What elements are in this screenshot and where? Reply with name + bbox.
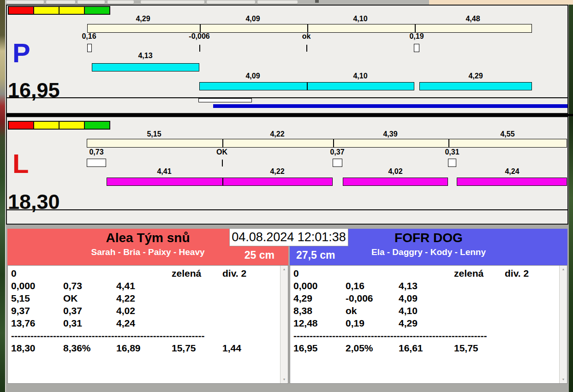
run-bar [343, 178, 448, 186]
split-time-label: 4,09 [225, 15, 281, 23]
schedule-segment [87, 139, 222, 147]
table-cell: 4,02 [116, 304, 172, 317]
table-cell: 16,61 [399, 342, 454, 354]
table-cell: div. 2 [222, 267, 279, 279]
results-table-left: 0zelenádiv. 20,0000,734,415,15OK4,229,37… [7, 265, 288, 384]
table-cell [505, 342, 558, 354]
table-cell: 0 [293, 267, 346, 279]
background-cell [207, 0, 255, 4]
table-cell: 18,30 [11, 342, 63, 354]
background-cell [107, 0, 134, 4]
table-row: 9,370,374,02 [11, 304, 279, 317]
run-segment [222, 178, 332, 185]
background-cell [6, 0, 44, 4]
panel-subline [7, 97, 567, 98]
summary-row: 18,308,36%16,8915,751,44 [11, 342, 279, 354]
split-time-label: 4,55 [480, 131, 535, 138]
table-cell: 8,36% [63, 342, 116, 354]
start-light-yellow-2 [59, 6, 85, 15]
crossing-mark-label: 0,73 [69, 148, 124, 156]
schedule-segment [415, 24, 531, 32]
table-cell: 13,76 [11, 317, 63, 329]
run-time-label: 4,10 [333, 72, 388, 80]
scroll-down-icon[interactable]: ▼ [560, 376, 567, 383]
crossing-mark-tick [306, 45, 307, 52]
table-cell: zelená [454, 267, 505, 279]
table-row: 0,0000,164,13 [293, 279, 558, 292]
background-cell [141, 0, 204, 4]
table-cell: 4,29 [293, 292, 346, 304]
table-cell [222, 317, 279, 329]
schedule-bar [87, 139, 567, 148]
table-cell [505, 304, 558, 317]
table-cell: 0,000 [11, 279, 63, 292]
run-time-label: 4,13 [118, 52, 173, 59]
scroll-up-icon[interactable]: ▲ [281, 266, 288, 273]
table-cell: 16,95 [293, 342, 346, 354]
table-cell: 12,48 [293, 317, 346, 329]
table-cell: 4,22 [116, 292, 172, 304]
table-cell [454, 292, 505, 304]
jump-height-badge: 25 cm [245, 249, 275, 261]
table-cell: 4,13 [399, 279, 454, 292]
split-time-label: 4,10 [333, 15, 388, 23]
crossing-mark-label: 0,16 [61, 33, 117, 40]
run-segment [343, 178, 448, 185]
lane-panel-l: 5,15 4,22 4,39 4,55 0,73 OK 0,37 0,31 L … [6, 116, 568, 225]
run-bar [457, 178, 567, 186]
table-cell [454, 317, 505, 329]
table-cell: 15,75 [172, 342, 222, 354]
background-window-strip [6, 0, 573, 5]
table-cell: 16,89 [116, 342, 172, 354]
schedule-bar [87, 24, 532, 33]
split-time-label: 4,39 [363, 131, 418, 138]
start-light-green [84, 6, 110, 15]
table-cell: 8,38 [293, 304, 346, 317]
run-segment [92, 64, 199, 71]
table-cell [454, 279, 505, 292]
table-row: 0zelenádiv. 2 [11, 267, 279, 279]
crossing-mark-box [333, 159, 342, 167]
scroll-down-icon[interactable]: ▼ [281, 376, 288, 383]
table-cell: 4,29 [399, 317, 454, 329]
table-cell [222, 292, 279, 304]
lane-panel-p: 4,29 4,09 4,10 4,48 0,16 -0,006 ok 0,19 … [6, 5, 568, 114]
schedule-segment [222, 139, 333, 147]
run-bar [92, 63, 199, 71]
table-cell: -0,006 [346, 292, 399, 304]
table-cell [172, 279, 222, 292]
run-bar [199, 82, 414, 90]
table-cell: ok [346, 304, 399, 317]
table-cell: 4,41 [116, 279, 172, 292]
table-cell: 0 [11, 267, 63, 279]
background-cell [257, 0, 298, 4]
table-cell [222, 304, 279, 317]
table-cell: 4,09 [399, 292, 454, 304]
background-cell [78, 0, 105, 4]
start-light-yellow-1 [33, 6, 60, 15]
table-cell [116, 267, 172, 279]
table-row: 0zelenádiv. 2 [293, 267, 558, 279]
background-cell [46, 0, 75, 4]
scroll-up-icon[interactable]: ▲ [560, 266, 567, 273]
table-row: 12,480,194,29 [293, 317, 558, 329]
table-row: 16,952,05%16,6115,75 [293, 342, 558, 354]
background-window-beige [429, 0, 573, 5]
results-separator: ----------------------------------------… [293, 329, 558, 342]
table-cell [63, 267, 116, 279]
vertical-scrollbar[interactable]: ▲ ▼ [280, 266, 288, 383]
table-cell [172, 304, 222, 317]
results-rows: 0zelenádiv. 20,0000,164,134,29-0,0064,09… [293, 267, 558, 329]
table-cell: 9,37 [11, 304, 63, 317]
table-cell: OK [63, 292, 116, 304]
run-segment [107, 178, 222, 185]
table-cell: 0,19 [346, 317, 399, 329]
run-time-label: 4,02 [368, 168, 423, 175]
table-cell: 5,15 [11, 292, 63, 304]
vertical-scrollbar[interactable]: ▲ ▼ [559, 266, 567, 383]
app-window: 4,29 4,09 4,10 4,48 0,16 -0,006 ok 0,19 … [0, 0, 573, 392]
table-cell: 4,10 [399, 304, 454, 317]
start-lights [8, 6, 110, 15]
table-cell: 15,75 [454, 342, 505, 354]
run-segment [200, 83, 307, 90]
